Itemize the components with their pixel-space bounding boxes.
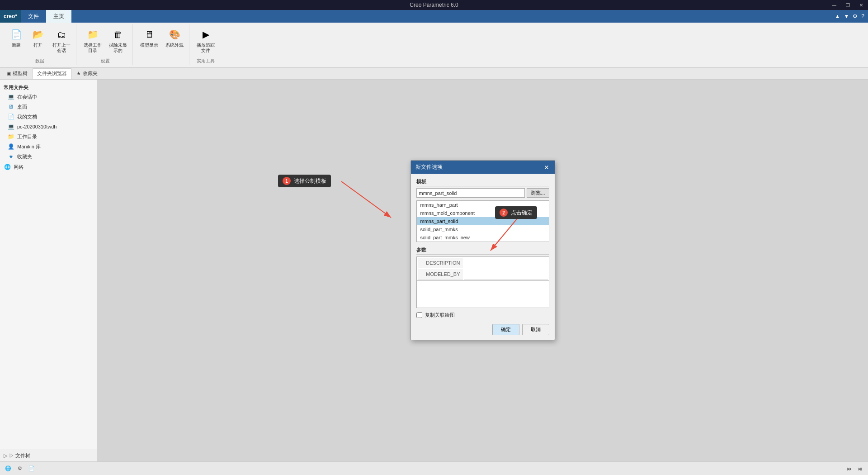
menu-tab-file[interactable]: 文件 [21,10,46,23]
statusbar: 🌐 ⚙ 📄 ⏮ ⏯ [0,461,868,475]
app-title: Creo Parametric 6.0 [410,2,458,8]
favorites-icon: ★ [76,71,81,76]
scroll-down-icon[interactable]: ▼ [844,13,849,19]
cancel-button[interactable]: 取消 [522,324,549,335]
ribbon-utilities-buttons: ▶ 播放追踪文件 [194,25,217,57]
params-section: 参数 DESCRIPTION MODELED_BY [416,247,549,308]
dialog-close-button[interactable]: ✕ [543,164,550,171]
delete-not-displayed-button[interactable]: 🗑 拭除未显示的 [106,25,130,55]
sidebar-item-work-dir[interactable]: 📁 工作目录 [0,132,97,142]
copy-relations-row: 复制关联绘图 [416,312,549,318]
main-area: 常用文件夹 💻 在会话中 🖥 桌面 📄 我的文档 💻 pc-20200310tw… [0,80,868,461]
minimize-button[interactable]: — [827,0,841,10]
playback-icon: ▶ [198,27,213,42]
confirm-button[interactable]: 确定 [492,324,519,335]
template-item-0[interactable]: mmns_harn_part [417,201,549,209]
sidebar-item-my-docs[interactable]: 📄 我的文档 [0,112,97,122]
svg-line-1 [341,181,391,218]
browse-button[interactable]: 浏览... [527,188,549,198]
template-input-row: 浏览... [416,188,549,198]
dialog-overlay: 新文件选项 ✕ 模板 浏览... mmns_harn_part [97,80,868,448]
sidebar-section-title: 常用文件夹 [0,81,97,92]
param-value-description[interactable] [464,258,548,268]
pc-icon: 💻 [7,123,14,130]
ribbon: 📄 新建 📂 打开 🗂 打开上一会话 数据 📁 选择工作目录 🗑 拭除未显示的 [0,23,868,68]
template-section-label: 模板 [416,178,549,186]
open-icon: 📂 [31,27,45,42]
select-work-dir-button[interactable]: 📁 选择工作目录 [81,25,104,55]
ribbon-display-buttons: 🖥 模型显示 🎨 系统外观 [137,25,186,63]
menubar: creo* 文件 主页 ▲ ▼ ⚙ ? [0,10,868,23]
param-key-description: DESCRIPTION [418,258,463,268]
tab-file-browser[interactable]: 文件夹浏览器 [32,68,72,79]
param-key-modeled-by: MODELED_BY [418,269,463,280]
status-right-icon-1[interactable]: ⏮ [844,464,854,473]
scroll-up-icon[interactable]: ▲ [835,13,840,19]
in-session-icon: 💻 [7,93,14,100]
callout-1: 1 选择公制模板 [278,175,331,187]
sidebar-file-tree[interactable]: ▷ ▷ 文件树 [0,450,97,461]
desktop-icon: 🖥 [7,103,14,110]
sidebar: 常用文件夹 💻 在会话中 🖥 桌面 📄 我的文档 💻 pc-20200310tw… [0,80,97,461]
description-input[interactable] [467,260,545,266]
param-value-modeled-by[interactable] [464,269,548,280]
restore-button[interactable]: ❐ [841,0,854,10]
template-item-2[interactable]: mmns_part_solid [417,217,549,225]
select-work-dir-icon: 📁 [85,27,100,42]
template-item-3[interactable]: solid_part_mmks [417,225,549,233]
fav-icon: ★ [7,153,14,160]
status-icon-3[interactable]: 📄 [27,464,36,473]
tree-expand-icon: ▷ [4,453,7,459]
params-section-label: 参数 [416,247,549,255]
copy-relations-checkbox[interactable] [416,312,422,318]
new-button[interactable]: 📄 新建 [6,25,26,50]
status-left: 🌐 ⚙ 📄 [4,464,36,473]
creo-logo-text: creo* [4,13,17,19]
playback-recent-button[interactable]: ▶ 播放追踪文件 [194,25,217,55]
template-item-5[interactable]: to_part_solid [417,242,549,242]
template-item-1[interactable]: mmns_mold_component [417,209,549,217]
menubar-right-icons: ▲ ▼ ⚙ ? [835,13,868,19]
modeled-by-input[interactable] [467,271,545,277]
status-right: ⏮ ⏯ [844,464,864,473]
ribbon-settings-buttons: 📁 选择工作目录 🗑 拭除未显示的 [81,25,130,57]
sidebar-item-favorites[interactable]: ★ 收藏夹 [0,152,97,162]
settings-icon[interactable]: ⚙ [853,13,858,19]
dialog-body: 模板 浏览... mmns_harn_part mmns_mold_compon… [411,174,555,340]
creo-logo: creo* [0,10,21,23]
tab-favorites[interactable]: ★ 收藏夹 [72,68,102,79]
system-appearance-icon: 🎨 [167,27,182,42]
status-right-icon-2[interactable]: ⏯ [855,464,864,473]
manikin-icon: 👤 [7,143,14,150]
dialog-titlebar: 新文件选项 ✕ [411,161,555,174]
sidebar-item-manikin[interactable]: 👤 Manikin 库 [0,142,97,152]
help-icon[interactable]: ? [861,13,864,19]
dialog-buttons: 确定 取消 [416,322,549,335]
status-icon-1[interactable]: 🌐 [4,464,13,473]
sidebar-network[interactable]: 🌐 网络 [0,162,97,172]
menu-tab-home[interactable]: 主页 [46,10,71,23]
dialog-title: 新文件选项 [415,163,443,171]
ribbon-group-data: 📄 新建 📂 打开 🗂 打开上一会话 数据 [4,24,76,65]
my-docs-icon: 📄 [7,113,14,120]
param-row-modeled-by: MODELED_BY [418,269,548,280]
ribbon-group-utilities: ▶ 播放追踪文件 实用工具 [191,24,220,65]
network-icon: 🌐 [4,163,11,171]
sidebar-item-in-session[interactable]: 💻 在会话中 [0,92,97,102]
open-button[interactable]: 📂 打开 [28,25,48,50]
sidebar-item-desktop[interactable]: 🖥 桌面 [0,102,97,112]
close-button[interactable]: ✕ [854,0,868,10]
model-display-button[interactable]: 🖥 模型显示 [137,25,161,50]
tab-model-tree[interactable]: ▣ 模型树 [2,68,32,79]
window-controls: — ❐ ✕ [827,0,868,10]
sidebar-item-pc-id[interactable]: 💻 pc-20200310twdh [0,122,97,132]
open-in-session-button[interactable]: 🗂 打开上一会话 [50,25,73,55]
system-appearance-button[interactable]: 🎨 系统外观 [163,25,186,50]
template-list[interactable]: mmns_harn_part mmns_mold_component mmns_… [416,200,549,242]
template-item-4[interactable]: solid_part_mmks_new [417,233,549,242]
content-area: 新文件选项 ✕ 模板 浏览... mmns_harn_part [97,80,868,461]
menu-tabs: 文件 主页 [21,10,71,23]
status-icon-2[interactable]: ⚙ [15,464,24,473]
template-input[interactable] [416,188,525,198]
params-extra-area [416,281,549,308]
